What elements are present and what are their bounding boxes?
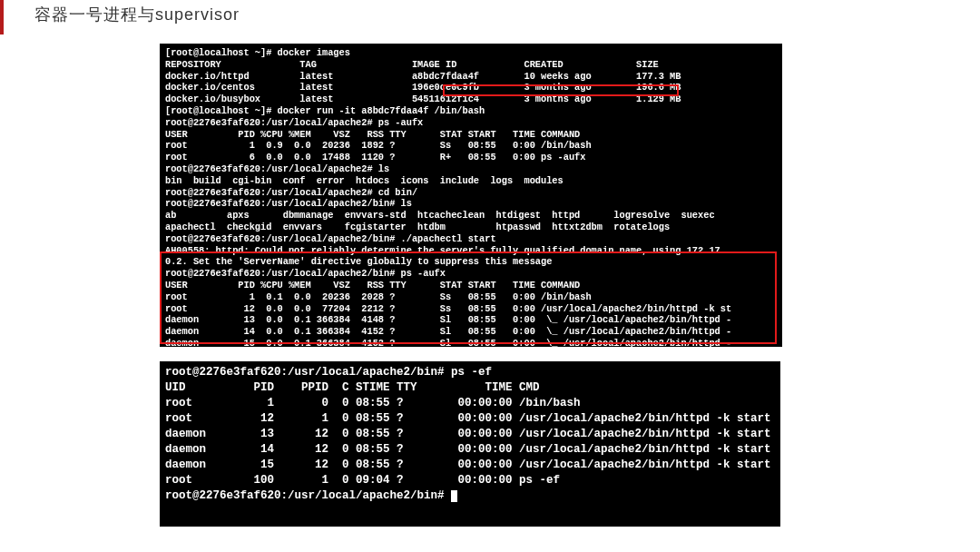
highlight-ps-aufx xyxy=(160,251,777,344)
accent-bar xyxy=(0,0,4,34)
highlight-docker-run xyxy=(443,84,679,96)
terminal-top: [root@localhost ~]# docker images REPOSI… xyxy=(160,44,782,347)
terminal-bottom: root@2276e3faf620:/usr/local/apache2/bin… xyxy=(160,361,780,527)
cursor-icon xyxy=(451,490,457,502)
slide-title: 容器一号进程与supervisor xyxy=(34,4,240,25)
